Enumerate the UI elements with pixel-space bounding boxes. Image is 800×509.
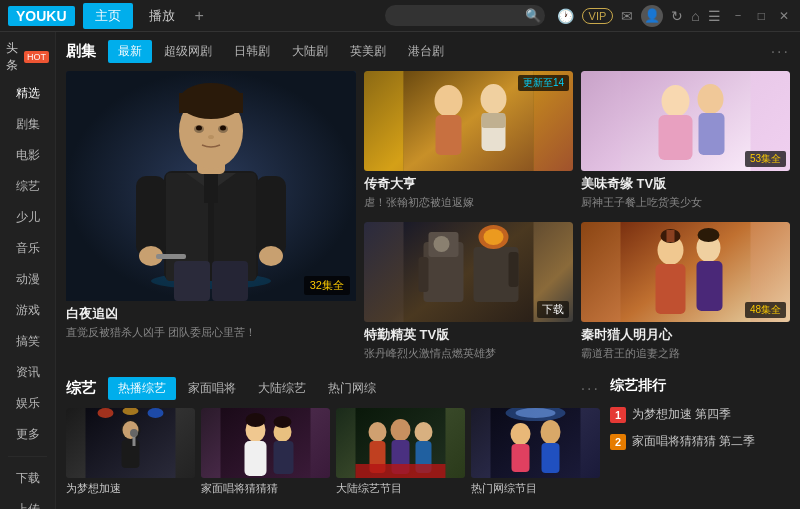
variety-item-2[interactable]: 家面唱将猜猜猜 <box>201 408 330 496</box>
sidebar-item-shaor[interactable]: 少儿 <box>0 202 55 233</box>
variety-more-icon[interactable]: ··· <box>581 380 600 398</box>
title-bar: YOUKU 主页 播放 + 🔍 🕐 VIP ✉ 👤 ↻ ⌂ ☰ － □ ✕ <box>0 0 800 32</box>
sidebar-item-jingxuan[interactable]: 精选 <box>0 78 55 109</box>
sidebar-item-yinyue[interactable]: 音乐 <box>0 233 55 264</box>
svg-point-64 <box>246 413 266 427</box>
variety-filter-hot[interactable]: 热播综艺 <box>108 377 176 400</box>
rank-item-1[interactable]: 1 为梦想加速 第四季 <box>610 401 790 428</box>
variety-filter-tabs: 热播综艺 家面唱将 大陆综艺 热门网综 <box>108 377 386 400</box>
variety-section-title: 综艺 <box>66 379 96 398</box>
svg-point-43 <box>484 229 504 245</box>
svg-rect-41 <box>509 252 519 287</box>
variety-ranking: 综艺排行 1 为梦想加速 第四季 2 家面唱将猜猜猜 第二季 <box>610 377 790 496</box>
drama-section-title: 剧集 <box>66 42 96 61</box>
drama-filter-super[interactable]: 超级网剧 <box>154 40 222 63</box>
drama-small-meimi[interactable]: 53集全 美味奇缘 TV版 厨神王子餐上吃货美少女 <box>581 71 790 214</box>
drama-main-badge: 32集全 <box>304 276 350 295</box>
drama-meimi-title: 美味奇缘 TV版 <box>581 175 790 193</box>
sidebar-item-zongyi[interactable]: 综艺 <box>0 171 55 202</box>
svg-rect-48 <box>667 230 675 242</box>
nav-play[interactable]: 播放 <box>137 3 187 29</box>
drama-filter-hk[interactable]: 港台剧 <box>398 40 454 63</box>
sidebar-item-juji[interactable]: 剧集 <box>0 109 55 140</box>
drama-chuanqi-info: 传奇大亨 虐！张翰初恋被迫返嫁 <box>364 171 573 214</box>
nav-plus[interactable]: + <box>195 7 204 25</box>
rank-num-2: 2 <box>610 434 626 450</box>
sidebar-item-gaoxiao[interactable]: 搞笑 <box>0 326 55 357</box>
search-box[interactable]: 🔍 <box>385 5 545 26</box>
variety-filter-web[interactable]: 热门网综 <box>318 377 386 400</box>
mail-icon[interactable]: ✉ <box>621 8 633 24</box>
drama-filter-newest[interactable]: 最新 <box>108 40 152 63</box>
drama-main-item[interactable]: 32集全 白夜追凶 直觉反被猎杀人凶手 团队委屈心里苦！ <box>66 71 356 365</box>
svg-rect-50 <box>697 261 723 311</box>
avatar[interactable]: 👤 <box>641 5 663 27</box>
qinshi-badge: 48集全 <box>745 302 786 318</box>
drama-filter-korean[interactable]: 日韩剧 <box>224 40 280 63</box>
menu-icon[interactable]: ☰ <box>708 8 721 24</box>
variety-item-3[interactable]: 大陆综艺节目 <box>336 408 465 496</box>
drama-more-icon[interactable]: ··· <box>771 43 790 61</box>
variety-filter-family[interactable]: 家面唱将 <box>178 377 246 400</box>
search-icon[interactable]: 🔍 <box>525 8 541 23</box>
svg-point-51 <box>698 228 720 242</box>
svg-point-57 <box>130 429 138 437</box>
sidebar-header: 头条 HOT <box>0 36 55 78</box>
variety-item-1[interactable]: 为梦想加速 <box>66 408 195 496</box>
svg-rect-40 <box>419 257 429 292</box>
search-input[interactable] <box>395 9 525 23</box>
sidebar-item-zixun[interactable]: 资讯 <box>0 357 55 388</box>
main-layout: 头条 HOT 精选 剧集 电影 综艺 少儿 音乐 动漫 游戏 搞笑 资讯 娱乐 … <box>0 32 800 509</box>
drama-main-thumbnail: 32集全 <box>66 71 356 301</box>
svg-rect-8 <box>256 176 286 256</box>
drama-qinshi-title: 秦时猎人明月心 <box>581 326 790 344</box>
drama-small-img-meimi: 53集全 <box>581 71 790 171</box>
svg-rect-46 <box>656 264 686 314</box>
svg-rect-63 <box>245 441 267 476</box>
ranking-title: 综艺排行 <box>610 377 790 395</box>
svg-rect-15 <box>179 93 243 113</box>
sidebar-item-upload[interactable]: 上传 <box>0 494 55 509</box>
drama-qinshi-info: 秦时猎人明月心 霸道君王的追妻之路 <box>581 322 790 365</box>
maximize-button[interactable]: □ <box>755 9 768 23</box>
sidebar-item-dianying[interactable]: 电影 <box>0 140 55 171</box>
drama-filter-mainland[interactable]: 大陆剧 <box>282 40 338 63</box>
svg-rect-29 <box>482 113 506 128</box>
refresh-icon[interactable]: ↻ <box>671 8 683 24</box>
rank-item-2[interactable]: 2 家面唱将猜猜猜 第二季 <box>610 428 790 455</box>
drama-teqin-title: 特勤精英 TV版 <box>364 326 573 344</box>
variety-item-4[interactable]: 热门网综节目 <box>471 408 600 496</box>
sidebar-item-download[interactable]: 下载 <box>0 463 55 494</box>
svg-rect-80 <box>542 443 560 473</box>
drama-grid: 32集全 白夜追凶 直觉反被猎杀人凶手 团队委屈心里苦！ <box>66 71 790 365</box>
nav-tabs: 主页 播放 + <box>83 3 204 29</box>
minimize-button[interactable]: － <box>729 7 747 24</box>
variety-filter-mainland[interactable]: 大陆综艺 <box>248 377 316 400</box>
drama-small-teqin[interactable]: 下载 特勤精英 TV版 张丹峰烈火激情点燃英雄梦 <box>364 222 573 365</box>
variety-title-4: 热门网综节目 <box>471 481 600 496</box>
vip-badge[interactable]: VIP <box>582 8 614 24</box>
sidebar-item-more[interactable]: 更多 <box>0 419 55 450</box>
svg-rect-78 <box>512 444 530 472</box>
hot-badge: HOT <box>24 51 49 63</box>
svg-rect-32 <box>659 115 693 160</box>
nav-home[interactable]: 主页 <box>83 3 133 29</box>
sidebar-item-dongman[interactable]: 动漫 <box>0 264 55 295</box>
close-button[interactable]: ✕ <box>776 9 792 23</box>
drama-small-img-teqin: 下载 <box>364 222 573 322</box>
drama-small-chuanqi[interactable]: 更新至14 传奇大亨 虐！张翰初恋被迫返嫁 <box>364 71 573 214</box>
drama-filter-western[interactable]: 英美剧 <box>340 40 396 63</box>
variety-grid: 为梦想加速 <box>66 408 600 496</box>
variety-title-2: 家面唱将猜猜猜 <box>201 481 330 496</box>
variety-thumb-1 <box>66 408 195 478</box>
svg-rect-7 <box>136 176 166 256</box>
home-icon[interactable]: ⌂ <box>691 8 699 24</box>
svg-rect-21 <box>174 261 210 301</box>
sidebar-item-yule[interactable]: 娱乐 <box>0 388 55 419</box>
sidebar-header-text: 头条 <box>6 40 21 74</box>
logo[interactable]: YOUKU <box>8 6 75 26</box>
svg-point-18 <box>196 126 202 131</box>
history-icon[interactable]: 🕐 <box>557 8 574 24</box>
sidebar-item-youxi[interactable]: 游戏 <box>0 295 55 326</box>
drama-small-qinshi[interactable]: 48集全 秦时猎人明月心 霸道君王的追妻之路 <box>581 222 790 365</box>
